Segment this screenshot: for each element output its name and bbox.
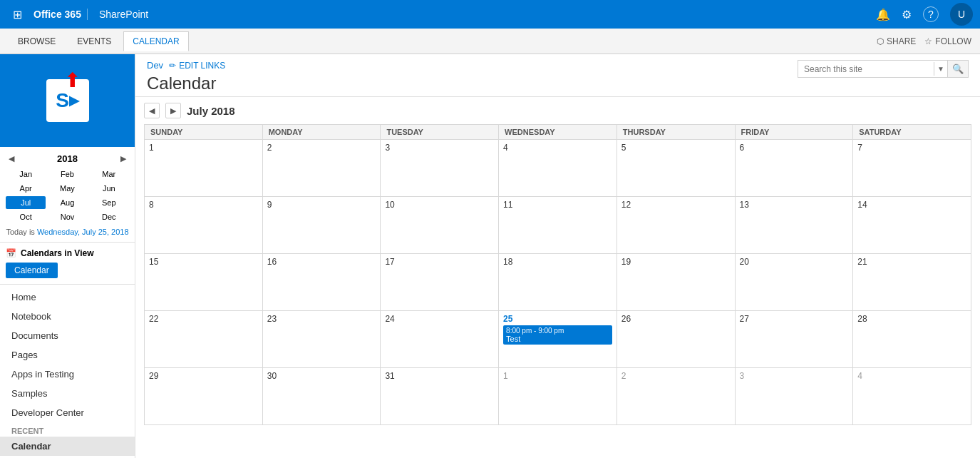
today-link[interactable]: Wednesday, July 25, 2018 bbox=[37, 228, 129, 236]
day-25[interactable]: 25 8:00 pm - 9:00 pm Test bbox=[499, 311, 617, 368]
day-17[interactable]: 17 bbox=[381, 254, 499, 311]
ribbon-bar: BROWSE EVENTS CALENDAR ⬡ SHARE ☆ FOLLOW bbox=[0, 29, 980, 54]
nav-pages[interactable]: Pages bbox=[0, 345, 135, 365]
day-11[interactable]: 11 bbox=[499, 197, 617, 254]
day-6[interactable]: 6 bbox=[735, 140, 853, 197]
tab-browse[interactable]: BROWSE bbox=[9, 31, 65, 51]
tab-events[interactable]: EVENTS bbox=[68, 31, 120, 51]
mini-cal-jun[interactable]: Jun bbox=[89, 182, 129, 195]
col-monday: MONDAY bbox=[262, 125, 381, 140]
day-26[interactable]: 26 bbox=[617, 311, 735, 368]
mini-cal-prev[interactable]: ◀ bbox=[6, 153, 17, 165]
day-3[interactable]: 3 bbox=[381, 140, 499, 197]
mini-cal-jan[interactable]: Jan bbox=[6, 168, 46, 180]
nav-apps-in-testing[interactable]: Apps in Testing bbox=[0, 365, 135, 384]
col-tuesday: TUESDAY bbox=[381, 125, 499, 140]
mini-cal-feb[interactable]: Feb bbox=[47, 168, 87, 180]
day-10[interactable]: 10 bbox=[381, 197, 499, 254]
day-28[interactable]: 28 bbox=[853, 311, 971, 368]
day-18[interactable]: 18 bbox=[499, 254, 617, 311]
day-14[interactable]: 14 bbox=[853, 197, 971, 254]
day-5[interactable]: 5 bbox=[617, 140, 735, 197]
day-13[interactable]: 13 bbox=[735, 197, 853, 254]
mini-cal-may[interactable]: May bbox=[47, 182, 87, 195]
day-15[interactable]: 15 bbox=[145, 254, 263, 311]
user-avatar[interactable]: U bbox=[950, 3, 973, 26]
day-30[interactable]: 30 bbox=[262, 368, 381, 425]
nav-documents[interactable]: Documents bbox=[0, 326, 135, 345]
nav-samples[interactable]: Samples bbox=[0, 384, 135, 403]
mini-cal-apr[interactable]: Apr bbox=[6, 182, 46, 195]
nav-developer-center[interactable]: Developer Center bbox=[0, 403, 135, 422]
day-24[interactable]: 24 bbox=[381, 311, 499, 368]
day-8[interactable]: 8 bbox=[145, 197, 263, 254]
top-nav-icons: 🔔 ⚙ ? U bbox=[876, 3, 973, 26]
calendar-event[interactable]: 8:00 pm - 9:00 pm Test bbox=[503, 325, 612, 345]
mini-cal-dec[interactable]: Dec bbox=[89, 210, 129, 223]
mini-cal-nov[interactable]: Nov bbox=[47, 210, 87, 223]
sharepoint-label[interactable]: SharePoint bbox=[93, 9, 148, 20]
mini-cal-oct[interactable]: Oct bbox=[6, 210, 46, 223]
day-4[interactable]: 4 bbox=[499, 140, 617, 197]
logo-arrow: ⬆ bbox=[64, 68, 81, 92]
dev-link[interactable]: Dev bbox=[147, 60, 163, 71]
day-20[interactable]: 20 bbox=[735, 254, 853, 311]
cal-next-button[interactable]: ▶ bbox=[165, 103, 181, 118]
day-31[interactable]: 31 bbox=[381, 368, 499, 425]
nav-calendar[interactable]: Calendar bbox=[0, 437, 135, 456]
calendar-view-button[interactable]: Calendar bbox=[6, 263, 58, 278]
mini-cal-next[interactable]: ▶ bbox=[118, 153, 129, 165]
day-next-2[interactable]: 2 bbox=[617, 368, 735, 425]
day-next-4[interactable]: 4 bbox=[853, 368, 971, 425]
col-saturday: SATURDAY bbox=[853, 125, 971, 140]
table-row: 22 23 24 25 8:00 pm - 9:00 pm Test 26 27 bbox=[145, 311, 971, 368]
day-19[interactable]: 19 bbox=[617, 254, 735, 311]
table-row: 15 16 17 18 19 20 21 bbox=[145, 254, 971, 311]
day-next-1[interactable]: 1 bbox=[499, 368, 617, 425]
calendar-navigation: ◀ ▶ July 2018 bbox=[144, 103, 971, 118]
day-9[interactable]: 9 bbox=[262, 197, 381, 254]
tab-calendar[interactable]: CALENDAR bbox=[123, 31, 188, 51]
nav-notebook[interactable]: Notebook bbox=[0, 307, 135, 326]
logo-s: S bbox=[56, 89, 69, 112]
edit-links[interactable]: ✏ EDIT LINKS bbox=[169, 61, 225, 71]
cal-in-view-label: Calendars in View bbox=[21, 248, 94, 258]
day-next-3[interactable]: 3 bbox=[735, 368, 853, 425]
day-29[interactable]: 29 bbox=[145, 368, 263, 425]
day-23[interactable]: 23 bbox=[262, 311, 381, 368]
day-1[interactable]: 1 bbox=[145, 140, 263, 197]
day-22[interactable]: 22 bbox=[145, 311, 263, 368]
waffle-icon[interactable]: ⊞ bbox=[7, 5, 28, 24]
day-12[interactable]: 12 bbox=[617, 197, 735, 254]
day-7[interactable]: 7 bbox=[853, 140, 971, 197]
office365-label[interactable]: Office 365 bbox=[33, 9, 88, 20]
table-row: 8 9 10 11 12 13 14 bbox=[145, 197, 971, 254]
mini-cal-year: 2018 bbox=[57, 153, 78, 164]
share-button[interactable]: ⬡ SHARE bbox=[877, 36, 916, 46]
search-box: ▼ 🔍 bbox=[798, 60, 969, 78]
search-input[interactable] bbox=[798, 61, 934, 77]
follow-button[interactable]: ☆ FOLLOW bbox=[924, 36, 971, 46]
search-dropdown-arrow[interactable]: ▼ bbox=[934, 62, 947, 76]
day-27[interactable]: 27 bbox=[735, 311, 853, 368]
follow-label: FOLLOW bbox=[935, 36, 971, 46]
share-label: SHARE bbox=[887, 36, 916, 46]
cal-prev-button[interactable]: ◀ bbox=[144, 103, 160, 118]
mini-cal-aug[interactable]: Aug bbox=[47, 196, 87, 209]
nav-home[interactable]: Home bbox=[0, 287, 135, 307]
mini-cal-sep[interactable]: Sep bbox=[89, 196, 129, 209]
content-area: Dev ✏ EDIT LINKS Calendar ▼ 🔍 bbox=[135, 54, 980, 458]
mini-cal-mar[interactable]: Mar bbox=[89, 168, 129, 180]
edit-links-label[interactable]: EDIT LINKS bbox=[179, 61, 225, 71]
calendars-in-view: 📅 Calendars in View Calendar bbox=[0, 243, 135, 285]
gear-icon[interactable]: ⚙ bbox=[902, 8, 912, 21]
day-21[interactable]: 21 bbox=[853, 254, 971, 311]
help-icon[interactable]: ? bbox=[923, 6, 939, 22]
table-row: 1 2 3 4 5 6 7 bbox=[145, 140, 971, 197]
mini-cal-jul[interactable]: Jul bbox=[6, 196, 46, 209]
day-2[interactable]: 2 bbox=[262, 140, 381, 197]
search-button[interactable]: 🔍 bbox=[947, 61, 968, 77]
nav-links: Home Notebook Documents Pages Apps in Te… bbox=[0, 285, 135, 458]
bell-icon[interactable]: 🔔 bbox=[876, 8, 890, 21]
day-16[interactable]: 16 bbox=[262, 254, 381, 311]
